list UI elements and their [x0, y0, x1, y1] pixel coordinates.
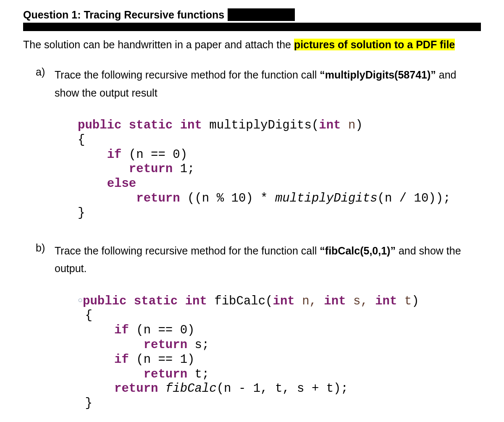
code-a-ret1-kw: return — [129, 162, 173, 176]
code-b-sig-close: ) — [412, 294, 419, 308]
code-b-if2-kw: if — [114, 353, 129, 367]
breakpoint-icon: ○ — [78, 296, 83, 305]
intro-highlight: pictures of solution to a PDF file — [294, 39, 455, 50]
code-b-ret2-val: t; — [187, 367, 209, 381]
part-b-call: “fibCalc(5,0,1)” — [320, 245, 396, 257]
code-a-sig-kw2: int — [319, 118, 341, 132]
code-b-if1-expr: (n == 0) — [129, 323, 195, 337]
code-b-sig-v2: s, — [346, 294, 375, 308]
code-b-sig-fn: fibCalc( — [207, 294, 273, 308]
part-a-label: a) — [36, 66, 55, 78]
part-b-label: b) — [36, 242, 55, 254]
part-b-pre: Trace the following recursive method for… — [55, 245, 320, 257]
part-a-call: “multiplyDigits(58741)” — [320, 69, 436, 81]
code-a-else-kw: else — [107, 177, 136, 191]
part-a-content: Trace the following recursive method for… — [55, 66, 481, 102]
code-b-ret3-args: (n - 1, t, s + t); — [217, 382, 348, 396]
code-b-ret1-val: s; — [187, 338, 209, 352]
code-b-sig-v3: t — [397, 294, 412, 308]
code-b-ret1-kw: return — [144, 338, 187, 352]
code-b-ret3-call: fibCalc — [158, 382, 216, 396]
code-a-ret1-val: 1; — [173, 162, 194, 176]
redaction-box-small — [228, 8, 295, 21]
code-b-sig-kw3: int — [324, 294, 346, 308]
page-root: Question 1: Tracing Recursive functions … — [0, 0, 504, 422]
code-a-ret2-a: ((n % 10) * — [180, 191, 275, 205]
intro-pre: The solution can be handwritten in a pap… — [23, 39, 294, 50]
code-a-close: } — [78, 206, 85, 220]
code-a-ret2-b: (n / 10)); — [378, 191, 451, 205]
code-a-sig-fn: multiplyDigits( — [202, 118, 319, 132]
part-a: a) Trace the following recursive method … — [36, 66, 481, 102]
code-b-close: } — [85, 396, 92, 410]
intro-text: The solution can be handwritten in a pap… — [23, 39, 481, 51]
code-a-if-kw: if — [107, 148, 122, 162]
code-b-sig-kw1: public static int — [83, 294, 207, 308]
code-a-sig-var: n — [341, 118, 356, 132]
redaction-rule — [23, 23, 481, 31]
part-b: b) Trace the following recursive method … — [36, 242, 481, 278]
title-row: Question 1: Tracing Recursive functions — [23, 8, 481, 21]
code-b-if2-expr: (n == 1) — [129, 353, 195, 367]
code-a-if-expr: (n == 0) — [121, 148, 187, 162]
code-b-ret2-kw: return — [144, 367, 187, 381]
code-a-open: { — [78, 133, 85, 147]
code-block-b: ○public static int fibCalc(int n, int s,… — [78, 294, 481, 411]
code-b-if1-kw: if — [114, 323, 129, 337]
part-b-content: Trace the following recursive method for… — [55, 242, 481, 278]
code-b-sig-kw2: int — [273, 294, 295, 308]
code-a-sig-close: ) — [355, 118, 362, 132]
question-title: Question 1: Tracing Recursive functions — [23, 9, 224, 21]
part-a-pre: Trace the following recursive method for… — [55, 69, 320, 81]
code-b-open: { — [85, 309, 92, 322]
code-a-ret2-call: multiplyDigits — [275, 191, 378, 205]
code-b-sig-kw4: int — [375, 294, 397, 308]
code-a-sig-kw1: public static int — [78, 118, 202, 132]
code-b-ret3-kw: return — [114, 382, 158, 396]
code-block-a: public static int multiplyDigits(int n) … — [78, 118, 481, 221]
code-a-ret2-kw: return — [136, 191, 180, 205]
code-b-sig-v1: n, — [295, 294, 324, 308]
